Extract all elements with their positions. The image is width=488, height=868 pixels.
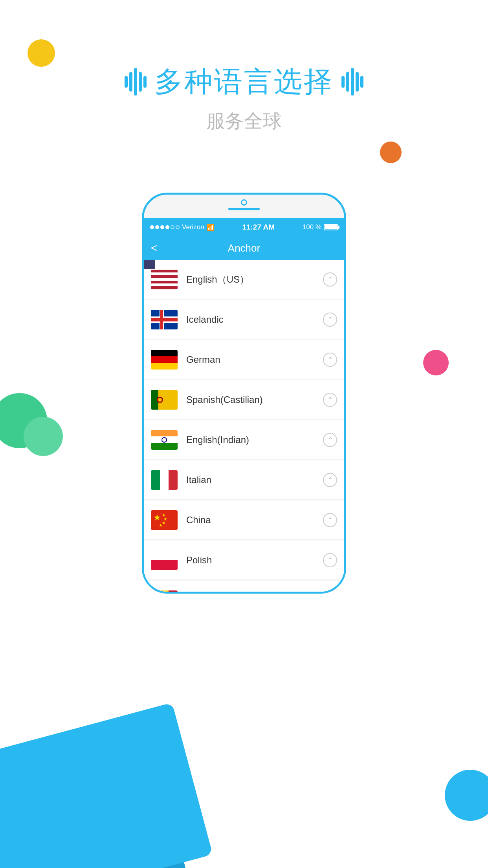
nav-bar: < Anchor	[144, 236, 344, 260]
flag-usa	[151, 270, 178, 289]
status-right: 100 %	[303, 223, 338, 231]
signal-dot-6	[176, 225, 180, 229]
chevron-up-icon[interactable]: ⌃	[323, 433, 337, 447]
flag-china: ★ ★ ★ ★ ★	[151, 510, 178, 530]
signal-dot-4	[165, 225, 169, 229]
language-name: German	[186, 354, 323, 365]
phone-camera	[241, 199, 247, 206]
phone-outer-frame: Verizon 📶 11:27 AM 100 % < Anchor	[142, 193, 346, 594]
list-item[interactable]: German ⌃	[144, 340, 344, 379]
wave-right-icon	[341, 68, 363, 96]
list-item[interactable]: Spanish(Castilian) ⌃	[144, 380, 344, 419]
page-title: 多种语言选择	[154, 63, 334, 101]
list-item[interactable]: Romanian ⌃	[144, 581, 344, 592]
language-list: English（US） ⌃ Icelandic ⌃	[144, 260, 344, 592]
list-item[interactable]: English(Indian) ⌃	[144, 420, 344, 460]
signal-dot-5	[171, 225, 174, 229]
flag-iceland	[151, 310, 178, 329]
flag-india	[151, 430, 178, 450]
decoration-pink-dot	[423, 350, 449, 375]
background-blue-shapes	[0, 671, 488, 868]
battery-text: 100 %	[303, 223, 321, 231]
signal-dot-1	[150, 225, 154, 229]
flag-italy	[151, 470, 178, 490]
chevron-up-icon[interactable]: ⌃	[323, 272, 337, 287]
flag-germany	[151, 350, 178, 370]
back-button[interactable]: <	[151, 242, 157, 254]
chevron-up-icon[interactable]: ⌃	[323, 393, 337, 407]
status-left: Verizon 📶	[150, 223, 215, 231]
phone-top-bar	[228, 199, 260, 210]
status-bar: Verizon 📶 11:27 AM 100 %	[144, 218, 344, 236]
list-item[interactable]: Polish ⌃	[144, 541, 344, 580]
signal-dot-2	[155, 225, 159, 229]
nav-title: Anchor	[228, 242, 260, 254]
status-time: 11:27 AM	[242, 223, 275, 232]
list-item[interactable]: Icelandic ⌃	[144, 300, 344, 339]
chevron-up-icon[interactable]: ⌃	[323, 513, 337, 527]
decoration-green-small-dot	[24, 417, 63, 456]
chevron-up-icon[interactable]: ⌃	[323, 473, 337, 487]
language-name: Spanish(Castilian)	[186, 394, 323, 405]
decoration-orange-dot	[380, 142, 402, 163]
chevron-up-icon[interactable]: ⌃	[323, 313, 337, 327]
list-item[interactable]: English（US） ⌃	[144, 260, 344, 299]
battery-icon	[324, 224, 338, 230]
language-name: English（US）	[186, 273, 323, 286]
page-subtitle: 服务全球	[0, 108, 488, 134]
title-row: 多种语言选择	[0, 63, 488, 101]
flag-poland	[151, 550, 178, 570]
language-name: Icelandic	[186, 314, 323, 325]
signal-dots	[150, 225, 180, 229]
signal-dot-3	[160, 225, 164, 229]
language-name: China	[186, 515, 323, 526]
phone-mockup: Verizon 📶 11:27 AM 100 % < Anchor	[142, 193, 346, 594]
phone-speaker	[228, 208, 260, 210]
list-item[interactable]: Italian ⌃	[144, 460, 344, 500]
battery-fill	[325, 225, 337, 229]
language-name: Polish	[186, 555, 323, 566]
flag-spain	[151, 390, 178, 410]
list-item[interactable]: ★ ★ ★ ★ ★ China ⌃	[144, 500, 344, 540]
carrier-name: Verizon	[182, 223, 204, 231]
language-name: Italian	[186, 474, 323, 485]
language-name: English(Indian)	[186, 434, 323, 445]
wave-left-icon	[125, 68, 147, 96]
wifi-icon: 📶	[207, 224, 215, 231]
chevron-up-icon[interactable]: ⌃	[323, 353, 337, 367]
flag-romania	[151, 590, 178, 592]
chevron-up-icon[interactable]: ⌃	[323, 553, 337, 567]
header-area: 多种语言选择 服务全球	[0, 63, 488, 134]
